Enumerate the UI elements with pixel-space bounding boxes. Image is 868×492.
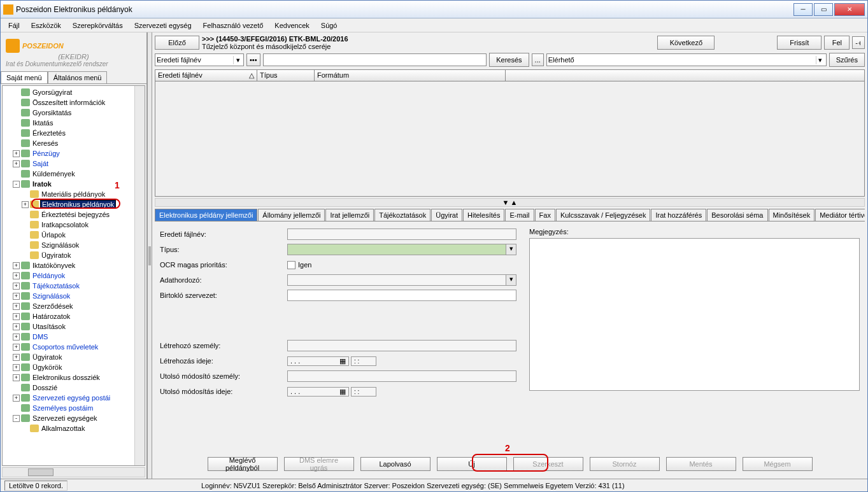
tree-node[interactable]: Alkalmazottak xyxy=(4,423,143,433)
tree-node[interactable]: +Szignálások xyxy=(4,291,143,301)
menu-szerepkorvaltas[interactable]: Szerepkörváltás xyxy=(68,20,128,31)
col-tipus[interactable]: Típus xyxy=(257,70,315,81)
tree-expander[interactable]: + xyxy=(22,201,29,208)
tab-email[interactable]: E-mail xyxy=(505,209,534,221)
from-existing-button[interactable]: Meglévő példányból xyxy=(208,457,278,471)
refresh-button[interactable]: Frissít xyxy=(777,36,822,50)
field-type[interactable]: ▾ xyxy=(287,244,516,255)
tree-node[interactable]: +Elektronikus példányok xyxy=(4,199,143,209)
tab-besorolasi[interactable]: Besorolási séma xyxy=(707,209,767,221)
tree-node[interactable]: Érkeztetés xyxy=(4,128,143,138)
tree-node[interactable]: Ügyiratok xyxy=(4,250,143,260)
tab-sajat-menu[interactable]: Saját menü xyxy=(1,71,48,83)
close-button[interactable]: ✕ xyxy=(834,3,865,16)
tree-node[interactable]: +Szerződések xyxy=(4,301,143,311)
tab-elektronikus-peldany[interactable]: Elektronikus példány jellemzői xyxy=(155,209,257,221)
tree-node[interactable]: +Ügykörök xyxy=(4,362,143,372)
menu-fajl[interactable]: Fájl xyxy=(3,20,25,31)
tree-node[interactable]: Iktatás xyxy=(4,118,143,128)
tree-expander[interactable]: + xyxy=(13,374,20,381)
tab-minositesek[interactable]: Minősítések xyxy=(769,209,815,221)
tree-expander[interactable]: + xyxy=(13,395,20,402)
menu-eszkozok[interactable]: Eszközök xyxy=(26,20,66,31)
search-options-button[interactable]: ••• xyxy=(246,53,260,66)
col-eredeti-fajlnev[interactable]: Eredeti fájlnév △ xyxy=(155,70,257,81)
tab-hitelesites[interactable]: Hitelesítés xyxy=(463,209,504,221)
filter-button[interactable]: Szűrés xyxy=(829,53,865,67)
tree-node[interactable]: +Határozatok xyxy=(4,311,143,321)
menu-szervezeti-egyseg[interactable]: Szervezeti egység xyxy=(129,20,197,31)
splitter[interactable] xyxy=(147,32,152,479)
pin-button[interactable]: -⫞ xyxy=(852,36,865,49)
tree-expander[interactable]: + xyxy=(13,293,20,300)
maximize-button[interactable]: ▭ xyxy=(814,3,833,16)
tree-expander[interactable]: + xyxy=(13,364,20,371)
tab-irat[interactable]: Irat jellemzői xyxy=(325,209,374,221)
tree-node[interactable]: +Pénzügy xyxy=(4,148,143,158)
tree-node[interactable]: Küldemények xyxy=(4,169,143,179)
tab-altalanos-menu[interactable]: Általános menü xyxy=(48,71,108,83)
tree-expander[interactable]: - xyxy=(13,181,20,188)
field-note[interactable] xyxy=(529,238,860,391)
scanner-button[interactable]: Lapolvasó xyxy=(360,457,430,471)
checkbox-ocr[interactable] xyxy=(287,261,295,269)
up-button[interactable]: Fel xyxy=(824,36,850,50)
tree-node[interactable]: Érkeztetési bejegyzés xyxy=(4,209,143,220)
search-input[interactable] xyxy=(263,53,487,66)
tab-ugyirat[interactable]: Ügyirat xyxy=(431,209,462,221)
tree-expander[interactable]: + xyxy=(13,344,20,351)
tree-node[interactable]: -Iratok xyxy=(4,179,143,189)
tree-node[interactable]: Iratkapcsolatok xyxy=(4,220,143,230)
tree-expander[interactable]: + xyxy=(13,354,20,361)
tree-node[interactable]: Összesített információk xyxy=(4,97,143,108)
menu-sugo[interactable]: Súgó xyxy=(316,20,343,31)
tree-node[interactable]: Gyorsiktatás xyxy=(4,108,143,118)
menu-kedvencek[interactable]: Kedvencek xyxy=(269,20,314,31)
tree-node[interactable]: Gyorsügyirat xyxy=(4,87,143,97)
tree-node[interactable]: Szignálások xyxy=(4,240,143,250)
tree-node[interactable]: Dosszié xyxy=(4,383,143,393)
tree-expander[interactable]: + xyxy=(13,262,20,269)
tree-expander[interactable]: + xyxy=(13,283,20,290)
tree-node[interactable]: Keresés xyxy=(4,138,143,148)
tab-allomany[interactable]: Állomány jellemzői xyxy=(258,209,325,221)
col-formatum[interactable]: Formátum xyxy=(315,70,506,81)
search-field-combo[interactable]: Eredeti fájlnév▾ xyxy=(155,53,244,66)
tree-node[interactable]: +Saját xyxy=(4,158,143,169)
titlebar[interactable]: Poszeidon Elektronikus példányok ─ ▭ ✕ xyxy=(1,1,867,18)
tree-expander[interactable]: - xyxy=(13,415,20,422)
prev-button[interactable]: Előző xyxy=(155,36,199,50)
nav-tree[interactable]: GyorsügyiratÖsszesített információkGyors… xyxy=(2,85,145,466)
tree-node[interactable]: Materiális példányok xyxy=(4,189,143,199)
tree-node[interactable]: +Tájékoztatások xyxy=(4,281,143,291)
tab-tajekoztatasok[interactable]: Tájékoztatások xyxy=(374,209,430,221)
tree-node[interactable]: +Szervezeti egység postái xyxy=(4,393,143,403)
results-grid[interactable]: Eredeti fájlnév △ Típus Formátum xyxy=(155,69,865,197)
tree-hscroll[interactable] xyxy=(2,467,145,477)
menu-felhasznalo-vezeto[interactable]: Felhasználó vezető xyxy=(198,20,269,31)
field-org[interactable] xyxy=(287,290,516,301)
tree-node[interactable]: +Ügyiratok xyxy=(4,352,143,362)
next-button[interactable]: Következő xyxy=(657,36,715,50)
tree-node[interactable]: +DMS xyxy=(4,332,143,342)
minimize-button[interactable]: ─ xyxy=(793,3,813,16)
tree-node[interactable]: Személyes postáim xyxy=(4,403,143,413)
tree-node[interactable]: +Utasítások xyxy=(4,321,143,332)
new-button[interactable]: Új xyxy=(437,457,507,471)
tree-expander[interactable]: + xyxy=(13,334,20,341)
tree-expander[interactable]: + xyxy=(13,150,20,157)
tree-node[interactable]: +Iktatókönyvek xyxy=(4,260,143,271)
tab-mediator[interactable]: Mediátor tértivevény xyxy=(815,209,865,221)
tree-expander[interactable]: + xyxy=(13,323,20,330)
tab-kulcsszavak[interactable]: Kulcsszavak / Feljegyzések xyxy=(556,209,651,221)
tree-node[interactable]: Űrlapok xyxy=(4,230,143,240)
scope-combo[interactable]: Elérhető▾ xyxy=(546,53,827,66)
tab-hozzaferes[interactable]: Irat hozzáférés xyxy=(651,209,706,221)
tree-node[interactable]: +Elektronikus dossziék xyxy=(4,372,143,383)
tree-expander[interactable]: + xyxy=(13,272,20,279)
tree-node[interactable]: -Szervezeti egységek xyxy=(4,413,143,423)
search-more-button[interactable]: ... xyxy=(532,53,544,66)
tab-fax[interactable]: Fax xyxy=(535,209,555,221)
search-button[interactable]: Keresés xyxy=(489,53,529,67)
tree-expander[interactable]: + xyxy=(13,303,20,310)
